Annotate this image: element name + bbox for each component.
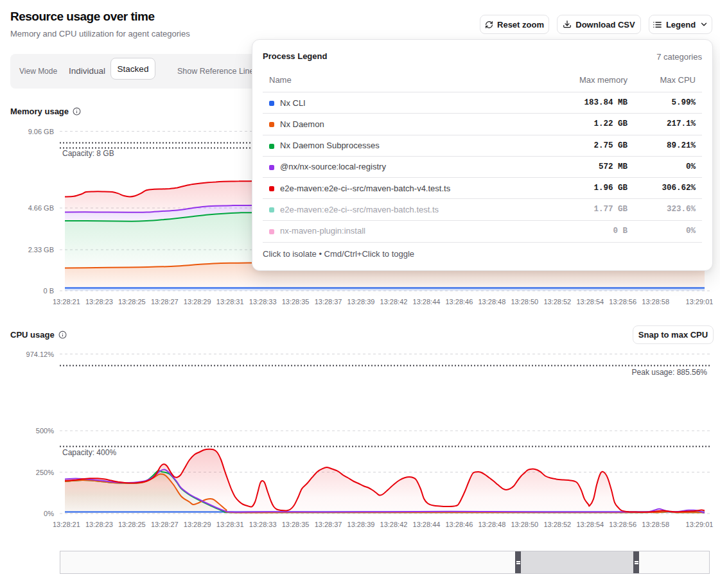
- svg-text:13:28:44: 13:28:44: [413, 521, 441, 528]
- svg-text:13:28:37: 13:28:37: [315, 521, 342, 528]
- svg-text:13:28:46: 13:28:46: [445, 521, 473, 528]
- svg-text:Capacity: 400%: Capacity: 400%: [62, 448, 116, 457]
- svg-text:13:28:50: 13:28:50: [511, 521, 538, 528]
- svg-text:13:28:25: 13:28:25: [118, 521, 146, 528]
- svg-text:13:28:31: 13:28:31: [216, 521, 244, 528]
- svg-text:13:28:21: 13:28:21: [53, 521, 80, 528]
- svg-text:974.12%: 974.12%: [26, 350, 55, 358]
- svg-text:13:28:54: 13:28:54: [576, 521, 604, 528]
- svg-text:13:28:29: 13:28:29: [184, 521, 211, 528]
- svg-text:13:28:35: 13:28:35: [282, 521, 310, 528]
- svg-text:Peak usage: 885.56%: Peak usage: 885.56%: [632, 368, 708, 377]
- svg-text:13:28:39: 13:28:39: [347, 521, 375, 528]
- svg-text:13:28:23: 13:28:23: [85, 521, 113, 528]
- svg-text:13:28:56: 13:28:56: [609, 521, 637, 528]
- svg-text:13:28:33: 13:28:33: [249, 521, 277, 528]
- svg-text:0%: 0%: [44, 510, 54, 517]
- svg-text:13:28:48: 13:28:48: [478, 521, 505, 528]
- svg-text:13:28:58: 13:28:58: [642, 521, 669, 528]
- svg-text:13:28:27: 13:28:27: [151, 521, 179, 528]
- svg-text:500%: 500%: [36, 427, 54, 435]
- svg-text:13:28:52: 13:28:52: [543, 521, 571, 528]
- svg-text:250%: 250%: [36, 469, 54, 476]
- svg-text:13:29:01: 13:29:01: [686, 521, 714, 528]
- svg-text:13:28:42: 13:28:42: [380, 521, 408, 528]
